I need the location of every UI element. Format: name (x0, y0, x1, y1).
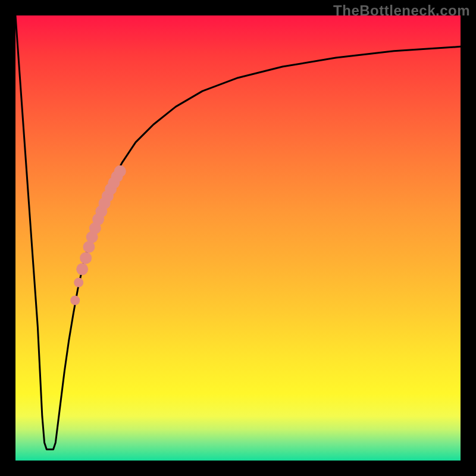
highlight-dot (114, 165, 126, 177)
highlight-dot (74, 278, 83, 287)
watermark-text: TheBottleneck.com (333, 2, 470, 19)
bottleneck-curve (15, 15, 461, 449)
plot-area (15, 15, 461, 461)
highlight-dot (76, 263, 88, 275)
chart-svg (15, 15, 461, 461)
chart-frame: TheBottleneck.com (0, 0, 476, 476)
highlight-dot (70, 296, 80, 305)
highlight-dot (80, 252, 92, 264)
highlight-dot-group (70, 165, 126, 305)
